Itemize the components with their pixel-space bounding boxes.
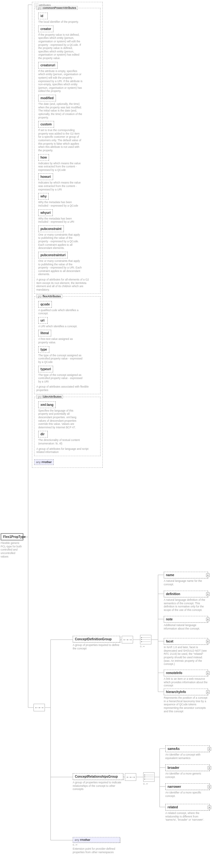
attr-type: type The type of the concept assigned as… — [38, 346, 98, 364]
sequence-icon — [122, 636, 133, 644]
expand-icon[interactable]: + — [208, 766, 211, 770]
attr-title: howuri — [40, 175, 51, 179]
attr-title: modified — [40, 96, 54, 100]
attr-uri: uri A URI which identifies a concept. — [38, 317, 98, 328]
attr-creator: creator If the property value is not def… — [38, 26, 98, 60]
attributes-container: □ attributes grp commonPowerAttributes i… — [32, 2, 103, 468]
crg-title: ConceptRelationshipsGroup — [75, 775, 121, 778]
expand-icon[interactable]: + — [208, 747, 211, 750]
attr-typeuri: typeuri The type of the concept assigned… — [38, 366, 98, 383]
cardinality: 0..∞ — [143, 782, 148, 785]
any-element: any ##other 0..∞ Extension point for pro… — [73, 837, 120, 854]
attr-title: qcode — [40, 303, 50, 306]
expand-icon[interactable]: + — [208, 805, 211, 809]
root-title: Flex1PropType — [3, 535, 21, 538]
attr-title: pubconstraint — [40, 227, 62, 230]
expand-icon[interactable]: + — [206, 671, 210, 675]
expand-icon[interactable]: + — [206, 690, 210, 694]
ConceptDefinitionGroup: ConceptDefinitionGroup A group of proper… — [73, 636, 120, 650]
sequence-icon — [125, 773, 136, 781]
attr-title: dir — [40, 432, 44, 436]
grp2-desc: A group of attributes associated with fl… — [36, 385, 90, 392]
expand-icon[interactable]: + — [206, 640, 210, 643]
choice-icon — [143, 772, 155, 782]
attr-title: pubconstrainturi — [40, 253, 65, 257]
cardinality: 0..∞ — [140, 645, 145, 648]
crg-desc: A group of properties required to indica… — [73, 781, 123, 791]
attr-title: type — [40, 348, 47, 351]
element-related: related + A related concept, where the r… — [165, 804, 210, 822]
element-name: name + A natural language name for the c… — [164, 572, 208, 586]
attr-whyuri: whyuri Why the metadata has been include… — [38, 210, 98, 224]
attr-title: xml:lang — [40, 403, 54, 406]
attr-title: typeuri — [40, 367, 51, 371]
grp-flexAttributes: grp flexAttributes qcode A qualified cod… — [34, 296, 100, 394]
grp1-desc: A group of attributes for all elements o… — [36, 278, 90, 291]
root-desc: Flexible generic PCL-type for both contr… — [1, 541, 23, 558]
attr-how: how Indicates by which means the value w… — [38, 154, 98, 172]
element-broader: broader + An identifier of a more generi… — [165, 765, 210, 779]
root-type: Flex1PropType Flexible generic PCL-type … — [1, 533, 23, 558]
attr-title: custom — [40, 123, 52, 126]
attr-pubconstrainturi: pubconstrainturi One or many constraints… — [38, 252, 98, 276]
attr-why: why Why the metadata has been included -… — [38, 193, 98, 207]
element-hierarchyInfo: hierarchyInfo + Represents the position … — [164, 689, 208, 713]
attr-pubconstraint: pubconstraint One or many constraints th… — [38, 225, 98, 250]
attr-id: id The local identifier of the property. — [38, 12, 98, 24]
attr-creatoruri: creatoruri If the attribute is empty, sp… — [38, 62, 98, 93]
cdg-title: ConceptDefinitionGroup — [75, 638, 118, 641]
attr-title: how — [40, 156, 47, 159]
element-sameAs: sameAs + An identifier of a concept with… — [165, 745, 210, 760]
attr-title: why — [40, 194, 47, 198]
expand-icon[interactable]: + — [208, 785, 211, 788]
attr-title: creator — [40, 27, 51, 31]
cdg-desc: A group of properties required to define… — [73, 644, 120, 650]
sequence-icon — [33, 704, 45, 711]
attr-title: id — [40, 14, 43, 18]
element-facet: facet + In NAR 1.8 and later, facet is d… — [164, 638, 208, 666]
ConceptRelationshipsGroup: ConceptRelationshipsGroup A group of pro… — [73, 773, 123, 791]
attr-modified: modified The date (and, optionally, the … — [38, 95, 98, 119]
attr-title: literal — [40, 331, 49, 335]
cardinality: 0..∞ — [73, 843, 120, 846]
choice-icon — [140, 635, 151, 644]
element-definition: definition + A natural language definiti… — [164, 591, 208, 612]
grp-i18nAttributes: grp i18nAttributes xml:lang Specifies th… — [34, 397, 100, 456]
element-remoteInfo: remoteInfo + A link to an item or a web … — [164, 670, 208, 687]
attr-title: creatoruri — [40, 63, 55, 67]
attr-dir: dir The directionality of textual conten… — [38, 431, 98, 445]
expand-icon[interactable]: + — [206, 592, 210, 596]
attr-title: whyuri — [40, 211, 51, 215]
element-narrower: narrower + An identifier of a more speci… — [165, 783, 210, 798]
grp-commonPowerAttributes: grp commonPowerAttributes id The local i… — [34, 8, 100, 294]
attr-howuri: howuri Indicates by which means the valu… — [38, 174, 98, 191]
expand-icon[interactable]: + — [206, 618, 210, 621]
attr-custom: custom If set to true the corresponding … — [38, 121, 98, 152]
expand-icon[interactable]: + — [206, 573, 210, 577]
attr-xml:lang: xml:lang Specifies the language of this … — [38, 401, 98, 429]
ext-desc: Extension point for provider-defined pro… — [73, 847, 120, 854]
attr-title: uri — [40, 319, 44, 322]
any-attribute: any ##other — [34, 459, 54, 465]
attr-literal: literal A free-text value assigned as pr… — [38, 330, 98, 344]
element-note: note + Additional natural language infor… — [164, 616, 208, 630]
grp3-desc: A group of attributes for language and s… — [36, 447, 90, 454]
attr-qcode: qcode A qualified code which identifies … — [38, 301, 98, 315]
